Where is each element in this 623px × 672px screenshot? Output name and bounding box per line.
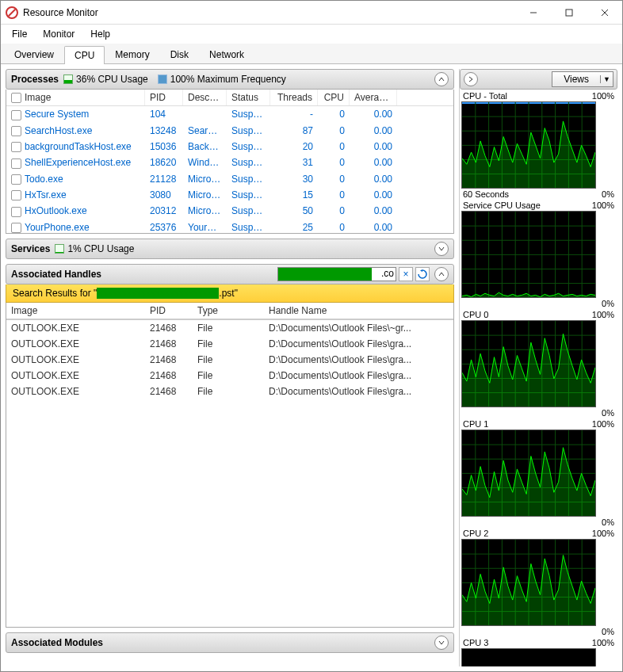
services-title: Services	[11, 243, 50, 254]
col-status[interactable]: Status	[227, 90, 270, 105]
menu-file[interactable]: File	[6, 27, 33, 41]
graph-canvas	[461, 648, 596, 666]
close-button[interactable]	[587, 1, 622, 25]
tab-cpu[interactable]: CPU	[64, 46, 105, 64]
processes-cpu-usage: 36% CPU Usage	[76, 74, 148, 85]
services-header[interactable]: Services 1% CPU Usage	[6, 239, 454, 259]
search-results-suffix: .pst"	[219, 288, 238, 299]
graph-top-right: 100%	[592, 419, 614, 429]
maximize-button[interactable]	[551, 1, 587, 25]
tab-memory[interactable]: Memory	[105, 45, 159, 63]
process-row[interactable]: YourPhone.exe25376YourPh...Suspe...2500.…	[6, 220, 453, 234]
handle-row[interactable]: OUTLOOK.EXE21468FileD:\Documents\Outlook…	[6, 368, 453, 384]
graph-canvas	[461, 539, 596, 626]
graph-block: CPU 0100%0%	[461, 310, 616, 418]
graph-canvas	[461, 430, 596, 517]
process-checkbox[interactable]	[11, 223, 21, 233]
modules-header[interactable]: Associated Modules	[6, 632, 454, 653]
graphs-header: Views ▼	[460, 69, 617, 90]
processes-title: Processes	[11, 74, 59, 85]
svg-rect-1	[566, 10, 572, 16]
handle-row[interactable]: OUTLOOK.EXE21468FileD:\Documents\Outlook…	[6, 336, 453, 352]
col-threads[interactable]: Threads	[270, 90, 318, 105]
handles-search-banner: Search Results for "xxxxxxxxxxxxxxxxxxxx…	[6, 284, 454, 303]
process-row[interactable]: HxTsr.exe3080Micros...Suspe...1500.00	[6, 187, 453, 203]
menu-help[interactable]: Help	[84, 27, 117, 41]
hcol-type[interactable]: Type	[193, 303, 264, 319]
graph-title: CPU 2	[463, 529, 488, 538]
modules-expand-button[interactable]	[434, 636, 449, 650]
graph-top-right: 100%	[592, 200, 614, 210]
handles-search-refresh-button[interactable]	[415, 267, 430, 281]
process-checkbox[interactable]	[11, 158, 21, 169]
redacted-search-term: xxxxxxxxxxxxxxxxxxxxxxxxx	[97, 288, 219, 299]
col-pid[interactable]: PID	[145, 90, 183, 105]
handles-collapse-button[interactable]	[434, 267, 449, 281]
process-checkbox[interactable]	[11, 207, 21, 217]
graph-bot-right: 0%	[602, 189, 614, 199]
checkbox-all[interactable]	[11, 93, 21, 103]
titlebar: Resource Monitor	[1, 1, 622, 25]
tab-disk[interactable]: Disk	[160, 45, 199, 63]
col-cpu[interactable]: CPU	[318, 90, 350, 105]
handle-row[interactable]: OUTLOOK.EXE21468FileD:\Documents\Outlook…	[6, 384, 453, 399]
processes-max-freq: 100% Maximum Frequency	[170, 74, 286, 85]
window-title: Resource Monitor	[23, 7, 515, 18]
tab-overview[interactable]: Overview	[4, 45, 64, 63]
graphs-nav-button[interactable]	[464, 72, 478, 86]
process-checkbox[interactable]	[11, 110, 21, 120]
processes-header[interactable]: Processes 36% CPU Usage 100% Maximum Fre…	[6, 69, 454, 90]
graph-top-right: 100%	[592, 638, 614, 647]
process-checkbox[interactable]	[11, 174, 21, 185]
graph-bot-right: 0%	[602, 299, 614, 308]
graph-title: CPU - Total	[463, 91, 507, 101]
hcol-pid[interactable]: PID	[145, 303, 193, 319]
menu-monitor[interactable]: Monitor	[36, 27, 81, 41]
col-desc[interactable]: Descrip...	[183, 90, 227, 105]
services-cpu-usage: 1% CPU Usage	[67, 243, 134, 254]
graph-top-right: 100%	[592, 91, 614, 101]
graph-block: CPU 2100%0%	[461, 529, 616, 636]
process-row[interactable]: Secure System104Suspe...-00.00	[6, 106, 453, 122]
graph-title: Service CPU Usage	[463, 200, 541, 210]
views-label: Views	[552, 74, 600, 85]
process-row[interactable]: HxOutlook.exe20312Micros...Suspe...5000.…	[6, 203, 453, 219]
menubar: File Monitor Help	[1, 25, 622, 44]
handles-title: Associated Handles	[11, 269, 101, 280]
graph-canvas	[461, 101, 596, 189]
graph-canvas	[461, 320, 596, 407]
col-avg[interactable]: Averag...	[350, 90, 397, 105]
services-expand-button[interactable]	[434, 242, 449, 256]
minimize-button[interactable]	[515, 1, 551, 25]
processes-table: Image PID Descrip... Status Threads CPU …	[6, 90, 454, 234]
graph-block: CPU 3100%	[461, 638, 616, 666]
search-results-prefix: Search Results for "	[13, 288, 97, 299]
handles-header[interactable]: Associated Handles .co ×	[6, 264, 454, 284]
graph-top-right: 100%	[592, 310, 614, 319]
graph-bot-right: 0%	[602, 627, 614, 636]
hcol-image[interactable]: Image	[6, 303, 145, 319]
col-image[interactable]: Image	[25, 92, 51, 103]
process-checkbox[interactable]	[11, 142, 21, 152]
tabstrip: Overview CPU Memory Disk Network	[1, 44, 622, 64]
process-checkbox[interactable]	[11, 190, 21, 200]
graph-block: CPU - Total100%60 Seconds0%	[461, 91, 616, 199]
graph-bot-right: 0%	[602, 408, 614, 418]
handle-row[interactable]: OUTLOOK.EXE21468FileD:\Documents\Outlook…	[6, 352, 453, 368]
process-row[interactable]: ShellExperienceHost.exe18620Windo...Susp…	[6, 155, 453, 170]
graph-bot-right: 0%	[602, 517, 614, 527]
process-row[interactable]: backgroundTaskHost.exe15036Backgr...Susp…	[6, 139, 453, 155]
views-button[interactable]: Views ▼	[552, 71, 613, 87]
hcol-name[interactable]: Handle Name	[264, 303, 453, 319]
process-row[interactable]: SearchHost.exe13248Search...Suspe...8700…	[6, 123, 453, 139]
processes-collapse-button[interactable]	[434, 72, 449, 86]
handle-row[interactable]: OUTLOOK.EXE21468FileD:\Documents\Outlook…	[6, 320, 453, 336]
handles-table: Image PID Type Handle Name OUTLOOK.EXE21…	[6, 303, 454, 628]
process-checkbox[interactable]	[11, 126, 21, 136]
process-row[interactable]: Todo.exe21128Micros...Suspe...3000.00	[6, 171, 453, 187]
modules-title: Associated Modules	[11, 637, 103, 648]
tab-network[interactable]: Network	[199, 45, 254, 63]
graph-canvas	[461, 211, 596, 298]
graph-block: CPU 1100%0%	[461, 419, 616, 527]
handles-search-clear-button[interactable]: ×	[399, 267, 413, 281]
